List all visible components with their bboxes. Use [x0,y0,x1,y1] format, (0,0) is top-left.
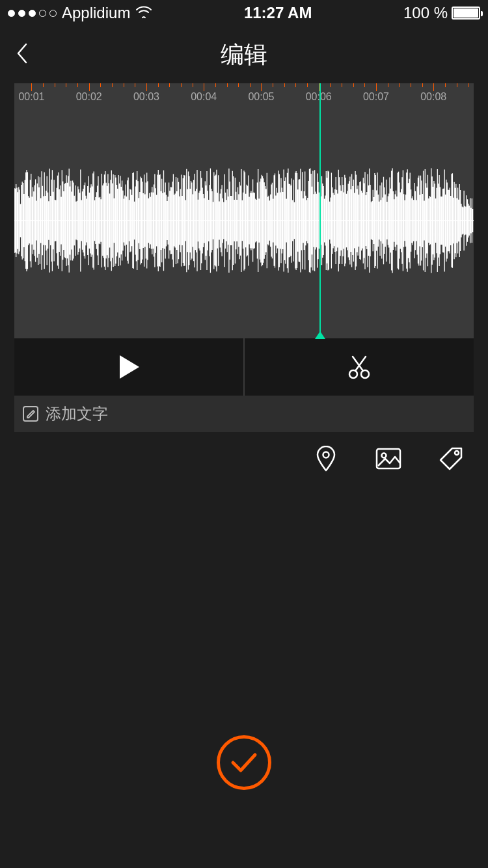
ruler-label: 00:05 [248,91,274,103]
waveform-area[interactable] [14,103,474,338]
battery-icon [452,7,480,20]
audio-editor: 00:0100:0200:0300:0400:0500:0600:0700:08… [14,83,474,432]
ruler-label: 00:03 [133,91,159,103]
add-text-input[interactable]: 添加文字 [14,396,474,432]
transport-controls [14,338,474,396]
play-icon [117,354,141,380]
check-icon [229,751,259,774]
nav-bar: 编辑 [0,26,488,83]
svg-point-2 [361,370,369,378]
page-title: 编辑 [221,39,267,71]
clock: 11:27 AM [244,4,312,22]
add-text-placeholder: 添加文字 [46,403,108,424]
ruler-label: 00:08 [420,91,446,103]
confirm-zone [0,735,488,790]
status-bar: Applidium 11:27 AM 100 % [0,0,488,26]
tag-button[interactable] [436,444,466,474]
wifi-icon [135,4,152,22]
location-button[interactable] [311,444,341,474]
svg-point-7 [455,451,459,455]
ruler-label: 00:04 [191,91,217,103]
status-left: Applidium [8,4,152,22]
image-button[interactable] [373,444,403,474]
timeline-ruler[interactable]: 00:0100:0200:0300:0400:0500:0600:0700:08 [14,83,474,103]
ruler-label: 00:01 [18,91,44,103]
back-button[interactable] [16,42,29,68]
chevron-left-icon [16,42,29,65]
scissors-icon [346,354,372,380]
ruler-label: 00:07 [363,91,389,103]
ruler-label: 00:06 [306,91,332,103]
signal-dots [8,10,57,17]
status-right: 100 % [403,4,480,22]
cut-button[interactable] [245,338,474,396]
meta-actions [0,432,488,474]
pencil-icon [22,405,39,422]
carrier-label: Applidium [62,4,130,22]
svg-point-6 [382,454,386,458]
battery-percent: 100 % [403,4,448,22]
svg-point-4 [323,452,329,458]
playhead[interactable] [319,103,321,338]
waveform [14,165,474,276]
tag-icon [438,446,464,472]
ruler-label: 00:02 [76,91,102,103]
pin-icon [315,446,337,472]
confirm-button[interactable] [217,735,271,790]
image-icon [375,448,401,470]
play-button[interactable] [14,338,245,396]
svg-point-1 [349,370,357,378]
